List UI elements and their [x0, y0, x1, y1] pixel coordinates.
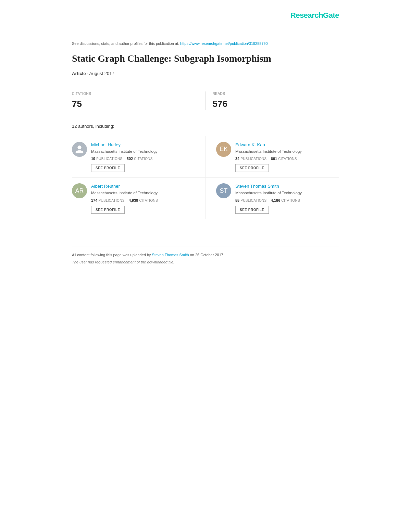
- author-info: Steven Thomas Smith Massachusetts Instit…: [235, 183, 339, 214]
- author-card: ST Steven Thomas Smith Massachusetts Ins…: [206, 177, 339, 219]
- page-container: ResearchGate See discussions, stats, and…: [51, 0, 360, 286]
- logo-area: ResearchGate: [290, 10, 339, 21]
- citations-value: 75: [72, 98, 199, 110]
- see-profile-button[interactable]: SEE PROFILE: [235, 206, 269, 214]
- footer: All content following this page was uplo…: [72, 247, 339, 265]
- authors-heading: 12 authors, including:: [72, 123, 339, 129]
- author-pub-count: 55: [235, 198, 239, 202]
- citations-label-author: CITATIONS: [134, 157, 153, 161]
- footer-text: All content following this page was uplo…: [72, 253, 152, 257]
- author-info: Edward K. Kao Massachusetts Institute of…: [235, 142, 339, 172]
- author-name[interactable]: Steven Thomas Smith: [235, 183, 339, 189]
- article-title: Static Graph Challenge: Subgraph Isomorp…: [72, 52, 339, 65]
- see-profile-button[interactable]: SEE PROFILE: [91, 164, 125, 172]
- author-avatar: EK: [216, 142, 231, 157]
- publications-label: PUBLICATIONS: [96, 157, 122, 161]
- citations-label: CITATIONS: [72, 91, 199, 96]
- footer-uploader-link[interactable]: Steven Thomas Smith: [152, 253, 189, 257]
- author-avatar: ST: [216, 183, 231, 198]
- see-profile-button[interactable]: SEE PROFILE: [91, 206, 125, 214]
- author-cite-count: 502: [127, 157, 133, 161]
- stats-row: CITATIONS 75 READS 576: [72, 91, 339, 110]
- author-avatar: [72, 142, 87, 157]
- citations-label-author: CITATIONS: [139, 199, 158, 202]
- author-pub-count: 19: [91, 157, 95, 161]
- author-cite-count: 4,939: [129, 198, 138, 202]
- divider-top: [72, 85, 339, 85]
- author-name[interactable]: Albert Reuther: [91, 183, 195, 189]
- author-stats: 34 PUBLICATIONS 601 CITATIONS: [235, 156, 339, 161]
- article-type: Article: [72, 71, 86, 76]
- author-avatar: AR: [72, 183, 87, 198]
- top-notice: See discussions, stats, and author profi…: [72, 41, 339, 46]
- citations-block: CITATIONS 75: [72, 91, 206, 110]
- publications-label: PUBLICATIONS: [240, 199, 266, 202]
- author-stats: 55 PUBLICATIONS 4,186 CITATIONS: [235, 198, 339, 203]
- author-pub-count: 174: [91, 198, 97, 202]
- author-stats: 174 PUBLICATIONS 4,939 CITATIONS: [91, 198, 195, 203]
- author-info: Michael Hurley Massachusetts Institute o…: [91, 142, 195, 172]
- authors-grid: Michael Hurley Massachusetts Institute o…: [72, 136, 339, 219]
- publications-label: PUBLICATIONS: [98, 199, 124, 202]
- citations-label-author: CITATIONS: [281, 199, 300, 202]
- author-cite-count: 4,186: [271, 198, 281, 202]
- author-name[interactable]: Michael Hurley: [91, 142, 195, 148]
- author-pub-count: 34: [235, 157, 239, 161]
- publication-link[interactable]: https://www.researchgate.net/publication…: [180, 41, 268, 46]
- article-meta: Article · August 2017: [72, 71, 339, 77]
- author-info: Albert Reuther Massachusetts Institute o…: [91, 183, 195, 214]
- see-profile-button[interactable]: SEE PROFILE: [235, 164, 269, 172]
- author-card: Michael Hurley Massachusetts Institute o…: [72, 136, 206, 178]
- reads-value: 576: [213, 98, 339, 110]
- author-institution: Massachusetts Institute of Technology: [235, 190, 339, 196]
- top-notice-text: See discussions, stats, and author profi…: [72, 41, 180, 46]
- author-cite-count: 601: [271, 157, 277, 161]
- article-date: August 2017: [89, 71, 114, 76]
- researchgate-logo: ResearchGate: [290, 11, 339, 20]
- citations-label-author: CITATIONS: [278, 157, 297, 161]
- reads-label: READS: [213, 91, 339, 96]
- author-name[interactable]: Edward K. Kao: [235, 142, 339, 148]
- footer-note: The user has requested enhancement of th…: [72, 260, 339, 265]
- footer-upload-text: All content following this page was uplo…: [72, 252, 339, 258]
- author-institution: Massachusetts Institute of Technology: [235, 149, 339, 154]
- author-card: EK Edward K. Kao Massachusetts Institute…: [206, 136, 339, 178]
- author-institution: Massachusetts Institute of Technology: [91, 190, 195, 196]
- author-card: AR Albert Reuther Massachusetts Institut…: [72, 177, 206, 219]
- reads-block: READS 576: [206, 91, 339, 110]
- footer-date: on 26 October 2017.: [189, 253, 224, 257]
- author-stats: 19 PUBLICATIONS 502 CITATIONS: [91, 156, 195, 161]
- author-institution: Massachusetts Institute of Technology: [91, 149, 195, 154]
- divider-authors: [72, 117, 339, 117]
- publications-label: PUBLICATIONS: [240, 157, 266, 161]
